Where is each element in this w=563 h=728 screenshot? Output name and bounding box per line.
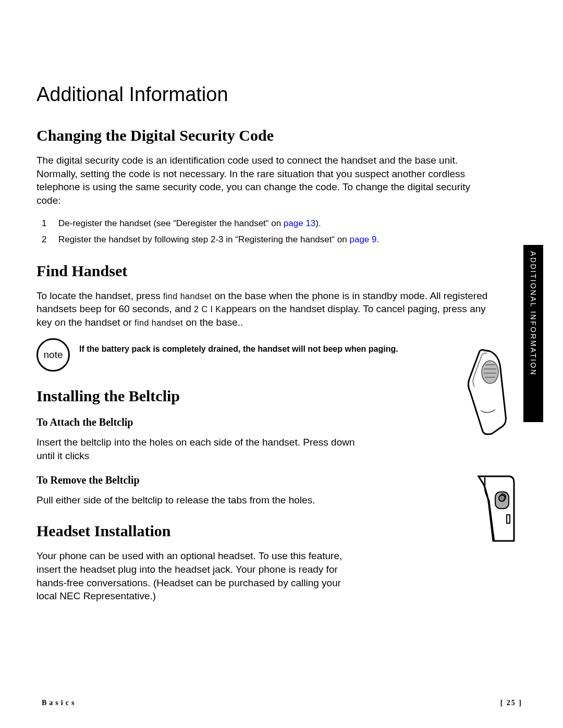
list-text: De-register the handset (see “Deregister… (58, 217, 321, 230)
key-find-handset: find handset (163, 292, 212, 301)
list-text: Register the handset by following step 2… (58, 233, 379, 246)
body-attach: Insert the beltclip into the holes on ea… (36, 436, 360, 462)
list-number: 2 (42, 233, 49, 246)
svg-point-0 (482, 361, 498, 384)
list-item: 2 Register the handset by following step… (42, 233, 490, 246)
subheading-remove: To Remove the Beltclip (36, 474, 490, 486)
note-icon: note (36, 338, 70, 372)
display-text: 2 C I Ka (194, 305, 226, 314)
handset-headset-illustration (458, 474, 520, 542)
heading-find-handset: Find Handset (36, 262, 490, 280)
page-title: Additional Information (36, 83, 490, 106)
footer-page-number: [ 25 ] (500, 699, 522, 707)
list-number: 1 (42, 217, 49, 230)
svg-point-2 (499, 495, 505, 501)
content-column: Additional Information Changing the Digi… (36, 83, 490, 603)
body-security-code: The digital security code is an identifi… (36, 154, 490, 207)
link-page-9[interactable]: page 9 (350, 235, 377, 244)
page-footer: Basics [ 25 ] (42, 699, 522, 707)
list-item: 1 De-register the handset (see “Deregist… (42, 217, 490, 230)
key-find-handset: find handset (134, 318, 183, 327)
body-find-handset: To locate the handset, press find handse… (36, 289, 490, 329)
footer-section: Basics (42, 699, 77, 707)
ordered-list: 1 De-register the handset (see “Deregist… (42, 217, 490, 246)
heading-headset: Headset Installation (36, 522, 490, 540)
heading-beltclip: Installing the Beltclip (36, 387, 490, 405)
section-tab: ADDITIONAL INFORMATION (523, 245, 543, 422)
note-block: note If the battery pack is completely d… (36, 338, 490, 372)
subheading-attach: To Attach the Beltclip (36, 416, 490, 428)
note-text: If the battery pack is completely draine… (79, 338, 398, 354)
page: Additional Information Changing the Digi… (0, 0, 563, 728)
body-headset: Your phone can be used with an optional … (36, 549, 360, 603)
handset-beltclip-illustration (458, 348, 520, 436)
body-remove: Pull either side of the beltclip to rele… (36, 493, 360, 507)
link-page-13[interactable]: page 13 (284, 218, 315, 228)
heading-security-code: Changing the Digital Security Code (36, 127, 490, 144)
